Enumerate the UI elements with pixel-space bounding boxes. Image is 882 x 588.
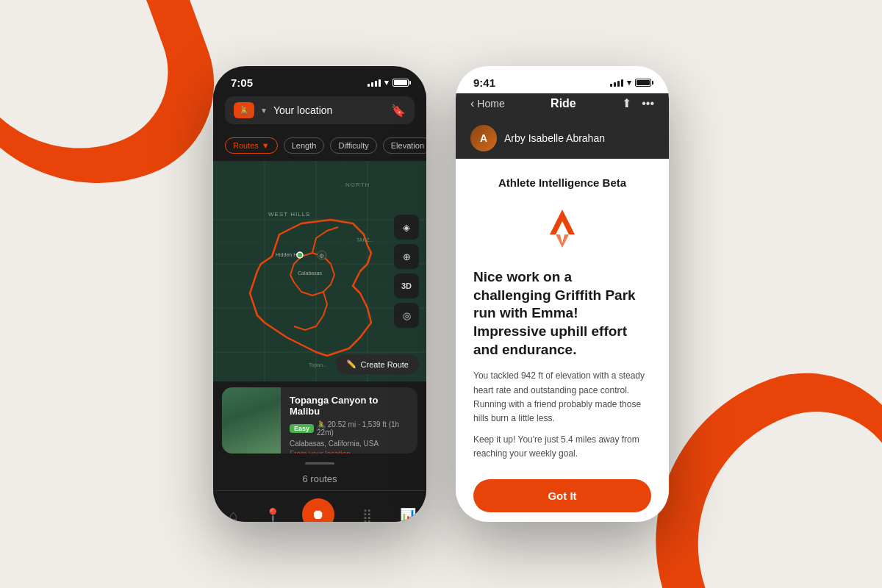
route-location: Calabasas, California, USA <box>290 440 409 448</box>
back-label: Home <box>477 98 504 110</box>
wifi-icon: ▾ <box>384 78 389 87</box>
record-icon: ⏺ <box>312 507 325 523</box>
nav-you[interactable]: 📊 You <box>400 507 416 522</box>
signal-bar-2-3 <box>617 81 620 87</box>
bike-icon: 🚴 <box>234 102 254 118</box>
route-stats: 🚴 20.52 mi · 1,539 ft (1h 22m) <box>317 420 409 437</box>
3d-btn[interactable]: 3D <box>394 273 419 298</box>
strava-logo <box>537 204 588 255</box>
ai-body-1: You tackled 942 ft of elevation with a s… <box>473 369 651 426</box>
bottom-nav: ⌂ Home 📍 Maps ⏺ Record ⣿ Groups 📊 You <box>213 490 426 522</box>
route-title: Topanga Canyon to Malibu <box>290 395 409 417</box>
phone2-nav: ‹ Home Ride ⬆ ••• <box>470 96 654 110</box>
difficulty-badge: Easy <box>290 424 314 433</box>
map-area[interactable]: WEST HILLS Hidden Hills Calabasas NORTH … <box>213 161 426 381</box>
ai-panel-title: Athlete Intelligence Beta <box>498 176 626 189</box>
status-bar-maps: 7:05 ▾ <box>213 66 426 93</box>
route-meta: Easy 🚴 20.52 mi · 1,539 ft (1h 22m) <box>290 420 409 437</box>
nav-actions: ⬆ ••• <box>622 96 654 110</box>
nav-groups[interactable]: ⣿ Groups <box>355 507 379 522</box>
nav-home[interactable]: ⌂ Home <box>223 508 243 523</box>
signal-bars-2 <box>610 79 623 87</box>
status-bar-intel: 9:41 ▾ <box>456 66 669 93</box>
got-it-button[interactable]: Got It <box>473 479 651 512</box>
back-button[interactable]: ‹ Home <box>470 97 505 110</box>
phone-athlete-intel: 9:41 ▾ ‹ Home Ride <box>456 66 669 522</box>
svg-text:NORTH: NORTH <box>345 182 370 188</box>
ai-panel: Athlete Intelligence Beta Nice work on a… <box>456 159 669 522</box>
filter-row: Routes ▼ Length Difficulty Elevation Sur… <box>213 132 426 161</box>
home-icon: ⌂ <box>229 508 237 523</box>
difficulty-label: Difficulty <box>338 141 368 150</box>
routes-count: 6 routes <box>213 469 426 489</box>
svg-marker-22 <box>556 234 569 248</box>
create-route-label: Create Route <box>361 360 409 369</box>
share-icon[interactable]: ⬆ <box>622 96 631 110</box>
elevation-label: Elevation <box>391 141 424 150</box>
create-route-button[interactable]: ✏️ Create Route <box>336 354 419 374</box>
nav-record[interactable]: ⏺ Record <box>302 498 334 522</box>
battery-icon <box>392 79 409 87</box>
phone-maps: 7:05 ▾ 🚴 ▼ Your location 🔖 <box>213 66 426 522</box>
ai-headline: Nice work on a challenging Griffith Park… <box>473 268 651 359</box>
ai-body-2: Keep it up! You're just 5.4 miles away f… <box>473 433 651 461</box>
svg-text:WEST HILLS: WEST HILLS <box>268 211 310 218</box>
map-controls: ◈ ⊕ 3D ◎ <box>394 215 419 328</box>
route-card[interactable]: Topanga Canyon to Malibu Easy 🚴 20.52 mi… <box>222 387 417 453</box>
battery-icon-2 <box>635 79 651 87</box>
location-btn[interactable]: ◎ <box>394 303 419 328</box>
signal-bar-2 <box>371 82 373 87</box>
signal-bar-1 <box>368 84 370 87</box>
maps-icon: 📍 <box>265 507 281 522</box>
signal-bar-2-4 <box>621 79 623 87</box>
record-button[interactable]: ⏺ <box>302 498 334 522</box>
groups-icon: ⣿ <box>362 507 372 522</box>
routes-divider <box>305 462 334 465</box>
filter-length[interactable]: Length <box>284 137 325 154</box>
signal-bar-2-1 <box>610 84 612 87</box>
battery-fill-2 <box>637 80 650 85</box>
avatar: A <box>470 125 497 151</box>
bookmark-icon[interactable]: 🔖 <box>391 104 406 118</box>
ride-title: Ride <box>551 97 576 110</box>
nav-maps[interactable]: 📍 Maps <box>264 507 282 522</box>
profile-name: Arby Isabelle Abrahan <box>504 132 605 144</box>
svg-text:Topan...: Topan... <box>309 362 327 368</box>
status-icons-maps: ▾ <box>368 78 409 87</box>
layers-btn[interactable]: ◈ <box>394 215 419 240</box>
share-feedback-button[interactable]: Share feedback <box>526 518 598 522</box>
signal-bar-4 <box>379 79 381 87</box>
you-icon: 📊 <box>400 507 416 522</box>
profile-bar: A Arby Isabelle Abrahan <box>456 119 669 159</box>
svg-text:TARZ...: TARZ... <box>356 237 374 243</box>
location-bar[interactable]: 🚴 ▼ Your location 🔖 <box>225 96 415 124</box>
routes-label: Routes <box>233 141 259 150</box>
signal-bars <box>368 79 381 87</box>
svg-text:Calabasas: Calabasas <box>298 270 323 276</box>
thumbnail-image <box>222 387 281 453</box>
phone1-header: 🚴 ▼ Your location 🔖 <box>213 93 426 132</box>
status-time-intel: 9:41 <box>473 76 495 89</box>
chevron-down-icon: ▼ <box>260 107 268 115</box>
length-label: Length <box>292 141 317 150</box>
routes-chevron: ▼ <box>262 141 270 150</box>
filter-routes[interactable]: Routes ▼ <box>225 137 278 154</box>
back-chevron-icon: ‹ <box>470 97 474 110</box>
more-icon[interactable]: ••• <box>642 97 654 110</box>
battery-fill <box>394 80 407 85</box>
route-card-thumbnail <box>222 387 281 453</box>
phone2-header: ‹ Home Ride ⬆ ••• <box>456 93 669 119</box>
filter-elevation[interactable]: Elevation <box>383 137 426 154</box>
svg-point-18 <box>297 252 303 258</box>
wifi-icon-2: ▾ <box>627 78 631 87</box>
status-icons-intel: ▾ <box>610 78 651 87</box>
pencil-icon: ✏️ <box>346 359 356 369</box>
route-card-info: Topanga Canyon to Malibu Easy 🚴 20.52 mi… <box>281 387 417 453</box>
filter-difficulty[interactable]: Difficulty <box>330 137 376 154</box>
phones-container: 7:05 ▾ 🚴 ▼ Your location 🔖 <box>213 66 669 522</box>
svg-marker-21 <box>550 209 575 234</box>
route-from: From your location <box>290 450 409 453</box>
compass-btn[interactable]: ⊕ <box>394 244 419 269</box>
signal-bar-2-2 <box>614 82 616 87</box>
svg-text:⚙: ⚙ <box>319 253 324 259</box>
